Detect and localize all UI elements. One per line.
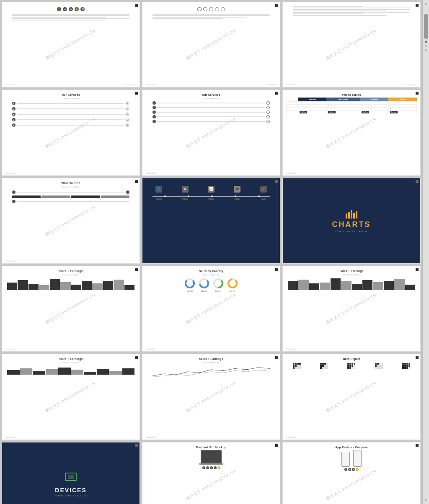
slide-18-title: App Features Compare	[335, 446, 368, 449]
charts-main-title: CHARTS	[332, 220, 371, 229]
bar2-c1	[288, 281, 298, 290]
dc	[293, 365, 295, 367]
slide-8[interactable]: 👤 ★ 📈 🎓	[142, 178, 280, 264]
donuts-row: $43,430 $41,640	[184, 278, 238, 292]
slide-9[interactable]: CHARTS CHARTS COMPANY TAGLINE	[282, 178, 421, 264]
slide-4[interactable]: Our Services Click Here To Edit Title ◉ …	[2, 90, 140, 175]
line	[152, 17, 247, 18]
buy-btn-2[interactable]: Buy Now	[326, 111, 360, 114]
dc	[406, 367, 408, 369]
footer-left-15: Template Slide	[286, 437, 296, 438]
line	[12, 14, 130, 15]
col-professional: Professional	[326, 98, 360, 102]
slide-12[interactable]: Sales + Earnings Click Here To Edit Titl…	[282, 266, 421, 352]
scroll-dot-2	[425, 45, 427, 47]
s5-icon-5: ●	[152, 120, 156, 123]
timeline-dot-3	[211, 195, 213, 197]
dot-group-1	[293, 363, 301, 369]
slide-2[interactable]: 图行天下 PHOTOPHOTO.CN Template Slide Templa…	[142, 2, 280, 87]
slide-6[interactable]: Prices Tables Standard Professional Busi…	[282, 90, 421, 175]
slide-4-subtitle: Click Here To Edit Title	[62, 98, 79, 100]
scrollbar-thumb[interactable]	[424, 14, 428, 39]
bar3-c9	[109, 371, 122, 375]
s5-icon-4: ●	[152, 115, 156, 118]
corner-icon-12	[416, 268, 419, 271]
footer-left-3: Template Slide	[286, 84, 296, 86]
col-standard: Standard	[298, 98, 326, 102]
buy-btn-1[interactable]: Buy Now	[298, 111, 326, 114]
s5-icon-r4	[266, 115, 270, 118]
svg-rect-2	[351, 210, 352, 219]
line	[12, 17, 106, 18]
icon-speaker: 🔇	[57, 7, 61, 11]
bar-c6	[60, 282, 70, 291]
slide-11-title: Sales by Country	[199, 270, 223, 273]
slide-5[interactable]: Our Services Click Here To Edit Title ● …	[142, 90, 280, 175]
bar3-c4	[46, 369, 58, 375]
corner-icon-2	[275, 4, 278, 7]
slide-11[interactable]: Sales by Country Click Here To Edit Titl…	[142, 266, 280, 352]
main-container: 🔇 ⚙ ♻ 🔔 🖥	[0, 0, 429, 504]
slide-17-title: Macbook Pro Mockup	[196, 446, 227, 449]
scroll-down-arrow[interactable]: ▼	[424, 499, 428, 502]
slide-3[interactable]: 图行天下 PHOTOPHOTO.CN Template Slide Templa…	[282, 2, 421, 87]
slide-15[interactable]: Bars Report	[282, 354, 421, 440]
slide-1[interactable]: 🔇 ⚙ ♻ 🔔 🖥	[2, 2, 140, 87]
buy-btn-3[interactable]: Buy Now	[360, 111, 388, 114]
line	[152, 18, 223, 19]
footer-left-6: Template Slide	[286, 172, 296, 174]
donut-2: $41,640	[198, 278, 210, 292]
slide-18[interactable]: App Features Compare ● ● ● ▶	[282, 442, 421, 504]
dc-e	[326, 365, 328, 367]
icon-outline-2	[203, 7, 207, 11]
slide-grid-area: 🔇 ⚙ ♻ 🔔 🖥	[0, 0, 422, 504]
corner-icon-3	[416, 4, 419, 7]
bar2-c10	[384, 281, 394, 291]
corner-icon-10	[135, 268, 138, 271]
timeline-dot-5	[258, 195, 260, 197]
dc	[322, 363, 324, 365]
donut-1: $43,430	[184, 278, 196, 292]
dc	[377, 363, 379, 365]
slide-16[interactable]: DEVICES CHARTS COMPANY TAGLINE	[2, 442, 140, 504]
buy-btn-4[interactable]: Buy Now	[388, 111, 416, 114]
dc	[402, 365, 404, 367]
f3-v3: ✓	[360, 108, 388, 111]
scroll-up-arrow[interactable]: ▲	[424, 2, 428, 5]
f3-v4: ✓	[388, 108, 416, 111]
col-business: Business	[360, 98, 388, 102]
slide-footer-5: Template Slide	[146, 172, 277, 174]
phone-icon-4: ▶	[356, 468, 359, 471]
tl-label-2: STAGE2	[182, 198, 188, 200]
dc-e	[377, 365, 379, 367]
bar3-c5	[58, 368, 71, 375]
slide-footer-10: Template Slide	[5, 348, 136, 350]
s5-line	[157, 103, 266, 103]
slide-17[interactable]: Macbook Pro Mockup ● ● ● ● ▶	[142, 442, 280, 504]
service-line-3	[17, 114, 124, 115]
slide-14[interactable]: Sales + Earnings Click Here To Edit Titl…	[142, 354, 280, 440]
slide-10[interactable]: Sales + Earnings Click Here To Edit Titl…	[2, 266, 140, 352]
donut-3: $32,631	[212, 278, 224, 292]
service-icon-5: ◉	[12, 123, 16, 127]
icon-outline-3	[209, 7, 213, 11]
dc	[349, 363, 351, 365]
corner-icon-16	[135, 444, 138, 447]
dc-e	[324, 367, 326, 369]
bar2-c4	[320, 283, 330, 290]
donut-svg-4	[227, 278, 238, 289]
dc-e	[326, 363, 328, 365]
laptop-base	[199, 463, 223, 465]
slide-13[interactable]: Sales + Earnings Click Here To Edit Titl…	[2, 354, 140, 440]
dc	[320, 363, 322, 365]
scrollbar[interactable]: ▲ ▼	[422, 0, 429, 504]
service-line-5	[17, 125, 124, 126]
s5-line-2	[157, 107, 266, 108]
dc-e	[295, 367, 297, 369]
slide-10-subtitle: Click Here To Edit Title	[62, 274, 79, 276]
slide-7[interactable]: What We Do? Click Here To Edit Title	[2, 178, 140, 264]
corner-icon-13	[135, 356, 138, 359]
svg-rect-1	[348, 212, 350, 219]
bar3-c10	[122, 368, 135, 375]
price-buy-row: Buy Now Buy Now Buy Now Buy Now	[287, 111, 417, 114]
